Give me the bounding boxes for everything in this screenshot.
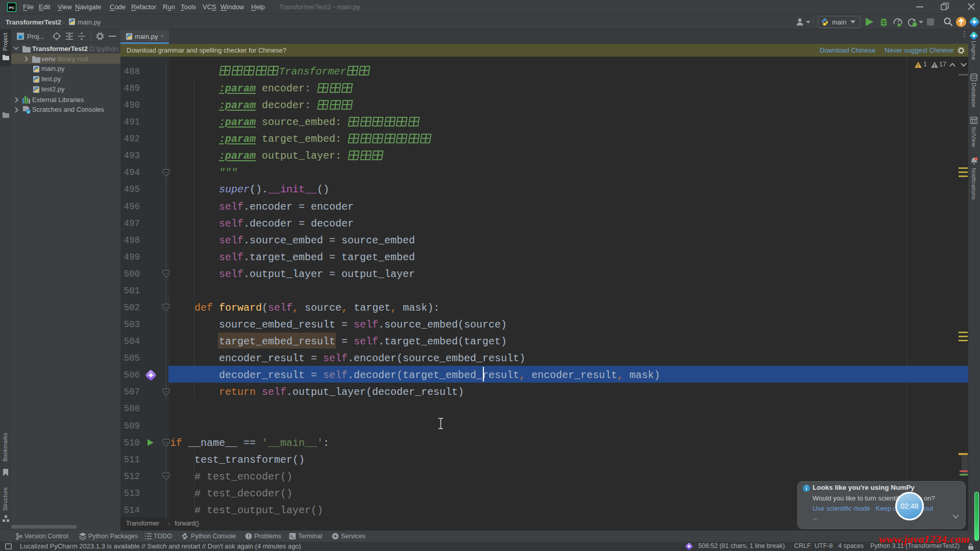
svg-text:02:48: 02:48 (900, 502, 918, 510)
svg-text:i: i (28, 110, 29, 114)
svg-text:PC: PC (9, 6, 14, 10)
